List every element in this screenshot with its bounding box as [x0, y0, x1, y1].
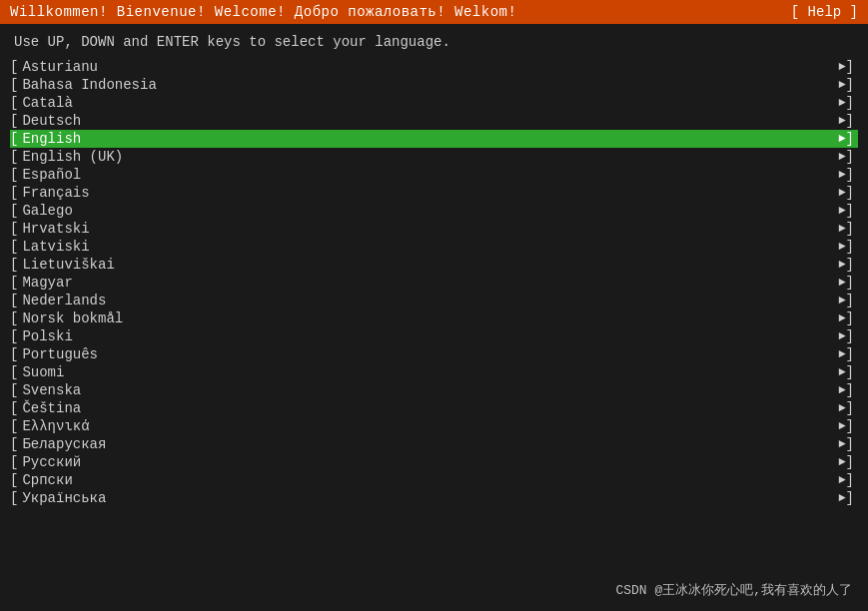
header-bar: Willkommen! Bienvenue! Welcome! Добро по…	[0, 0, 868, 24]
language-item[interactable]: [ Português ► ]	[10, 345, 858, 363]
bracket-left: [	[10, 364, 18, 380]
bracket-right: ]	[846, 203, 854, 219]
bracket-right: ]	[846, 472, 854, 488]
language-list: [ Asturianu ► ] [ Bahasa Indonesia ► ]	[0, 58, 868, 611]
arrow-area: ► ]	[838, 149, 858, 165]
arrow-area: ► ]	[838, 400, 858, 416]
arrow-area: ► ]	[838, 454, 858, 470]
bracket-right: ]	[846, 328, 854, 344]
arrow-area: ► ]	[838, 257, 858, 273]
arrow-right-icon: ►	[838, 473, 845, 487]
language-item[interactable]: [ Français ► ]	[10, 184, 858, 202]
arrow-area: ► ]	[838, 364, 858, 380]
arrow-right-icon: ►	[838, 258, 845, 272]
language-item[interactable]: [ Magyar ► ]	[10, 274, 858, 292]
bracket-right: ]	[846, 257, 854, 273]
language-item[interactable]: [ Galego ► ]	[10, 202, 858, 220]
arrow-right-icon: ►	[838, 222, 845, 236]
bracket-right: ]	[846, 275, 854, 291]
language-label: Français	[20, 185, 838, 201]
language-item[interactable]: [ Lietuviškai ► ]	[10, 256, 858, 274]
bracket-left: [	[10, 221, 18, 237]
language-label: Latviski	[20, 239, 838, 255]
language-label: Polski	[20, 328, 838, 344]
language-item[interactable]: [ Svenska ► ]	[10, 381, 858, 399]
arrow-right-icon: ►	[838, 311, 845, 325]
bracket-right: ]	[846, 436, 854, 452]
language-item[interactable]: [ Українська ► ]	[10, 489, 858, 507]
language-label: Nederlands	[20, 293, 838, 308]
bracket-left: [	[10, 454, 18, 470]
arrow-right-icon: ►	[838, 204, 845, 218]
bracket-left: [	[10, 328, 18, 344]
bracket-left: [	[10, 185, 18, 201]
language-item[interactable]: [ Čeština ► ]	[10, 399, 858, 417]
bracket-right: ]	[846, 221, 854, 237]
bracket-right: ]	[846, 59, 854, 75]
arrow-area: ► ]	[838, 239, 858, 255]
bracket-right: ]	[846, 131, 854, 147]
language-label: Беларуская	[20, 436, 838, 452]
language-label: Русский	[20, 454, 838, 470]
arrow-area: ► ]	[838, 418, 858, 434]
language-label: Norsk bokmål	[20, 310, 838, 326]
arrow-right-icon: ►	[838, 60, 845, 74]
language-item[interactable]: [ Asturianu ► ]	[10, 58, 858, 76]
language-item[interactable]: [ Polski ► ]	[10, 327, 858, 345]
arrow-right-icon: ►	[838, 383, 845, 397]
bracket-right: ]	[846, 346, 854, 362]
arrow-right-icon: ►	[838, 78, 845, 92]
arrow-right-icon: ►	[838, 276, 845, 290]
arrow-right-icon: ►	[838, 294, 845, 307]
arrow-right-icon: ►	[838, 150, 845, 164]
language-item[interactable]: [ Ελληνικά ► ]	[10, 417, 858, 435]
language-item[interactable]: [ Hrvatski ► ]	[10, 220, 858, 238]
language-item[interactable]: [ Suomi ► ]	[10, 363, 858, 381]
language-item[interactable]: [ Català ► ]	[10, 94, 858, 112]
language-label: Svenska	[20, 382, 838, 398]
bracket-right: ]	[846, 454, 854, 470]
language-item[interactable]: [ English (UK) ► ]	[10, 148, 858, 166]
arrow-right-icon: ►	[838, 347, 845, 361]
arrow-right-icon: ►	[838, 96, 845, 110]
language-item[interactable]: [ Deutsch ► ]	[10, 112, 858, 130]
bracket-left: [	[10, 310, 18, 326]
bracket-right: ]	[846, 239, 854, 255]
bracket-left: [	[10, 293, 18, 308]
arrow-area: ► ]	[838, 59, 858, 75]
language-label: Deutsch	[20, 113, 838, 129]
bracket-right: ]	[846, 364, 854, 380]
arrow-area: ► ]	[838, 310, 858, 326]
arrow-area: ► ]	[838, 275, 858, 291]
header-help-button[interactable]: [ Help ]	[791, 4, 858, 20]
bracket-left: [	[10, 131, 18, 147]
arrow-area: ► ]	[838, 221, 858, 237]
bracket-right: ]	[846, 95, 854, 111]
arrow-right-icon: ►	[838, 168, 845, 182]
arrow-area: ► ]	[838, 95, 858, 111]
app-container: Willkommen! Bienvenue! Welcome! Добро по…	[0, 0, 868, 611]
language-item[interactable]: [ Nederlands ► ]	[10, 292, 858, 309]
bracket-right: ]	[846, 418, 854, 434]
language-item[interactable]: [ Latviski ► ]	[10, 238, 858, 256]
language-item[interactable]: [ English ► ]	[10, 130, 858, 148]
arrow-area: ► ]	[838, 436, 858, 452]
language-item[interactable]: [ Русский ► ]	[10, 453, 858, 471]
bracket-right: ]	[846, 490, 854, 506]
arrow-area: ► ]	[838, 382, 858, 398]
watermark-text: CSDN @王冰冰你死心吧,我有喜欢的人了	[615, 581, 852, 599]
bracket-left: [	[10, 77, 18, 93]
arrow-area: ► ]	[838, 490, 858, 506]
bracket-left: [	[10, 203, 18, 219]
language-item[interactable]: [ Српски ► ]	[10, 471, 858, 489]
language-item[interactable]: [ Bahasa Indonesia ► ]	[10, 76, 858, 94]
language-item[interactable]: [ Беларуская ► ]	[10, 435, 858, 453]
bracket-left: [	[10, 275, 18, 291]
language-item[interactable]: [ Español ► ]	[10, 166, 858, 184]
bracket-left: [	[10, 239, 18, 255]
bracket-right: ]	[846, 400, 854, 416]
language-label: English	[20, 131, 838, 147]
arrow-right-icon: ►	[838, 401, 845, 415]
bracket-left: [	[10, 490, 18, 506]
language-item[interactable]: [ Norsk bokmål ► ]	[10, 309, 858, 327]
